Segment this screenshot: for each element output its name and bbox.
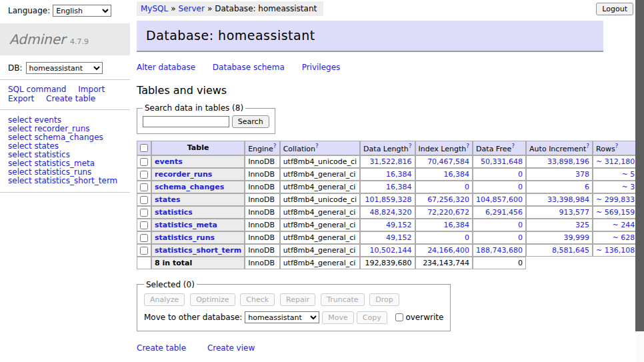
cell-data-length[interactable]: 49,152 [360, 219, 415, 231]
cell-rows[interactable]: ~ 569,159 [593, 206, 638, 219]
overwrite-checkbox[interactable] [395, 313, 403, 321]
cell-rows[interactable]: ~ 299,833 [593, 193, 638, 206]
table-name-link[interactable]: statistics_short_term [155, 246, 241, 255]
sql-command-link[interactable]: SQL command [8, 85, 66, 94]
sidebar-item-select-statistics-short-term[interactable]: select statistics_short_term [8, 177, 130, 185]
cell-rows[interactable]: ~ 5 [593, 168, 638, 181]
cell-data-free[interactable]: 0 [473, 181, 526, 193]
select-all-checkbox[interactable] [140, 144, 148, 152]
cell-rows[interactable]: ~ 312,180 [593, 155, 638, 168]
drop-button[interactable]: Drop [369, 293, 399, 306]
privileges-link[interactable]: Privileges [302, 63, 341, 72]
breadcrumb-mysql-link[interactable]: MySQL [141, 4, 168, 13]
cell-auto-increment[interactable]: 33,898,196 [526, 155, 593, 168]
cell-index-length[interactable]: 24,166,400 [415, 244, 473, 257]
row-checkbox[interactable] [140, 171, 148, 179]
cell-data-free[interactable]: 0 [473, 219, 526, 231]
alter-database-link[interactable]: Alter database [137, 63, 195, 72]
cell-data-free[interactable]: 50,331,648 [473, 155, 526, 168]
sidebar-item-select-statistics-meta[interactable]: select statistics_meta [8, 159, 130, 168]
cell-data-length[interactable]: 10,502,144 [360, 244, 415, 257]
cell-index-length[interactable]: 0 [415, 181, 473, 193]
help-icon[interactable]: ? [466, 143, 469, 149]
cell-data-length[interactable]: 16,384 [360, 181, 415, 193]
cell-rows[interactable]: ~ 136,108 [593, 244, 638, 257]
cell-index-length[interactable]: 70,467,584 [415, 155, 473, 168]
cell-data-length[interactable]: 101,859,328 [360, 193, 415, 206]
create-table-link[interactable]: Create table [137, 343, 186, 353]
cell-index-length[interactable]: 16,384 [415, 168, 473, 181]
database-schema-link[interactable]: Database schema [213, 63, 285, 72]
move-database-select[interactable]: homeassistant [245, 311, 319, 323]
row-checkbox[interactable] [140, 183, 148, 191]
help-icon[interactable]: ? [511, 143, 515, 149]
row-checkbox[interactable] [140, 247, 148, 255]
table-name-link[interactable]: recorder_runs [155, 170, 212, 179]
optimize-button[interactable]: Optimize [190, 293, 235, 306]
cell-auto-increment[interactable]: 325 [526, 219, 593, 231]
sidebar-item-select-states[interactable]: select states [8, 142, 130, 151]
cell-auto-increment[interactable]: 33,398,984 [526, 193, 593, 206]
create-table-link-sidebar[interactable]: Create table [46, 94, 95, 103]
search-button[interactable]: Search [232, 115, 269, 128]
cell-data-length[interactable]: 48,824,320 [360, 206, 415, 219]
db-select[interactable]: homeassistant [26, 62, 103, 74]
truncate-button[interactable]: Truncate [321, 293, 364, 306]
breadcrumb-server-link[interactable]: Server [179, 4, 205, 13]
cell-data-free[interactable]: 188,743,680 [473, 244, 526, 257]
cell-index-length[interactable]: 16,384 [415, 219, 473, 231]
cell-data-free[interactable]: 0 [473, 168, 526, 181]
cell-auto-increment[interactable]: 913,577 [526, 206, 593, 219]
cell-data-length[interactable]: 16,384 [360, 168, 415, 181]
export-link[interactable]: Export [8, 94, 34, 103]
cell-data-free[interactable]: 104,857,600 [473, 193, 526, 206]
row-checkbox[interactable] [140, 221, 148, 229]
row-checkbox[interactable] [140, 196, 148, 204]
cell-index-length[interactable]: 0 [415, 231, 473, 244]
search-input[interactable] [143, 116, 229, 127]
cell-index-length[interactable]: 72,220,672 [415, 206, 473, 219]
help-icon[interactable]: ? [273, 143, 277, 149]
cell-rows[interactable]: ~ 3 [593, 181, 638, 193]
row-checkbox[interactable] [140, 209, 148, 217]
cell-auto-increment[interactable]: 378 [526, 168, 593, 181]
cell-rows[interactable]: ~ 244 [593, 219, 638, 231]
cell-index-length[interactable]: 67,256,320 [415, 193, 473, 206]
check-button[interactable]: Check [240, 293, 275, 306]
table-name-link[interactable]: schema_changes [155, 183, 224, 191]
row-checkbox[interactable] [140, 234, 148, 242]
sidebar-item-select-schema-changes[interactable]: select schema_changes [8, 133, 130, 142]
cell-data-length[interactable]: 31,522,816 [360, 155, 415, 168]
help-icon[interactable]: ? [586, 143, 589, 149]
repair-button[interactable]: Repair [280, 293, 315, 306]
table-name-link[interactable]: statistics_runs [155, 233, 215, 242]
cell-rows[interactable]: ~ 628 [593, 231, 638, 244]
sidebar-item-select-events[interactable]: select events [8, 116, 130, 125]
table-name-link[interactable]: states [155, 195, 181, 204]
vertical-scrollbar[interactable] [635, 0, 644, 362]
analyze-button[interactable]: Analyze [144, 293, 185, 306]
table-name-link[interactable]: events [155, 157, 183, 166]
import-link[interactable]: Import [78, 85, 105, 94]
cell-data-free[interactable]: 6,291,456 [473, 206, 526, 219]
move-button[interactable]: Move [322, 311, 354, 324]
table-name-link[interactable]: statistics_meta [155, 221, 217, 229]
table-name-link[interactable]: statistics [155, 208, 193, 217]
cell-data-free[interactable]: 0 [473, 231, 526, 244]
cell-auto-increment[interactable]: 8,581,645 [526, 244, 593, 257]
cell-auto-increment[interactable]: 6 [526, 181, 593, 193]
cell-data-length[interactable]: 49,152 [360, 231, 415, 244]
sidebar-item-select-recorder-runs[interactable]: select recorder_runs [8, 125, 130, 133]
scrollbar-thumb[interactable] [635, 0, 644, 331]
cell-auto-increment[interactable]: 39,999 [526, 231, 593, 244]
breadcrumb: MySQL»Server»Database: homeassistant [137, 1, 323, 16]
sidebar-item-select-statistics[interactable]: select statistics [8, 151, 130, 159]
sidebar-item-select-statistics-runs[interactable]: select statistics_runs [8, 168, 130, 177]
copy-button[interactable]: Copy [357, 311, 387, 324]
help-icon[interactable]: ? [315, 143, 319, 149]
row-checkbox[interactable] [140, 158, 148, 166]
help-icon[interactable]: ? [615, 143, 619, 149]
create-view-link[interactable]: Create view [207, 343, 255, 353]
language-select[interactable]: English [53, 5, 111, 17]
help-icon[interactable]: ? [409, 143, 412, 149]
